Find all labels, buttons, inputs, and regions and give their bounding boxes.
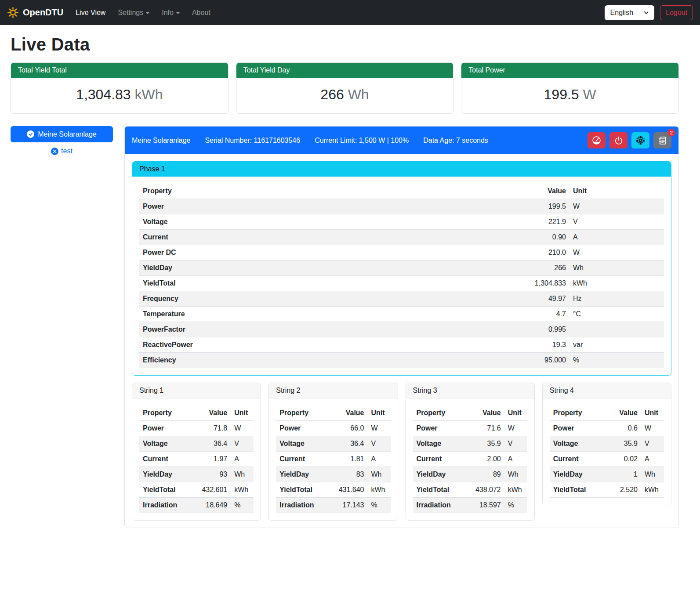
column-header: Value [328, 405, 368, 421]
unit-cell: Wh [231, 467, 254, 482]
inverter-select-test[interactable]: test [11, 147, 113, 155]
event-log-button[interactable]: 2 [653, 132, 671, 148]
unit-cell: A [569, 230, 664, 245]
language-select[interactable]: English [605, 5, 654, 20]
property-cell: Temperature [139, 307, 517, 322]
property-cell: Voltage [276, 436, 328, 452]
nav-item-info[interactable]: Info [156, 5, 186, 20]
inverter-select-button[interactable]: Meine Solaranlage [11, 126, 113, 142]
power-button[interactable] [609, 132, 627, 148]
column-header: Value [602, 405, 641, 421]
logout-button[interactable]: Logout [660, 5, 693, 20]
property-cell: YieldDay [276, 467, 328, 482]
unit-cell: V [569, 214, 664, 230]
unit-cell: var [569, 337, 664, 353]
card-title: Total Yield Day [236, 63, 453, 78]
power-icon [614, 136, 623, 145]
column-header: Property [550, 405, 602, 421]
value-cell: 18.649 [191, 498, 231, 513]
inverter-limit: Current Limit: 1,500 W | 100% [315, 137, 409, 145]
unit-cell: kWh [569, 276, 664, 291]
table-row: Current2.00A [413, 452, 527, 467]
table-row: Efficiency95.000% [139, 353, 664, 368]
table-row: Power199.5W [139, 199, 664, 214]
brand[interactable]: OpenDTU [7, 7, 63, 18]
value-cell: 19.3 [517, 337, 569, 353]
table-header-row: Property Value Unit [550, 405, 664, 421]
value-cell: 83 [328, 467, 368, 482]
property-cell: Irradiation [276, 498, 328, 513]
table-header-row: Property Value Unit [413, 405, 527, 421]
card-title: Total Power [461, 63, 678, 78]
table-row: PowerFactor0.995 [139, 322, 664, 337]
table-row: Current0.02A [550, 452, 664, 467]
property-cell: YieldDay [550, 467, 602, 482]
value-cell: 35.9 [602, 436, 641, 452]
unit-cell: A [368, 452, 391, 467]
column-header: Value [465, 405, 504, 421]
property-cell: Current [139, 452, 191, 467]
chevron-down-icon [176, 12, 180, 14]
value-cell: 49.97 [517, 291, 569, 307]
table-row: Current0.90A [139, 230, 664, 245]
value-cell: 432.601 [191, 482, 231, 498]
inverter-select-label: Meine Solaranlage [38, 130, 96, 138]
value-cell: 71.6 [465, 421, 504, 436]
table-header-row: Property Value Unit [276, 405, 390, 421]
value-cell: 0.90 [517, 230, 569, 245]
nav-item-label: Info [162, 9, 174, 16]
table-row: YieldDay93Wh [139, 467, 254, 482]
card-value: 199.5 [544, 87, 579, 102]
table-row: YieldDay1Wh [550, 467, 664, 482]
table-header-row: Property Value Unit [139, 405, 254, 421]
check-circle-icon [27, 130, 34, 138]
unit-cell: V [231, 436, 254, 452]
unit-cell: V [368, 436, 391, 452]
value-cell: 266 [517, 261, 569, 276]
table-header-row: Property Value Unit [139, 184, 664, 199]
unit-cell: Wh [641, 467, 664, 482]
table-row: YieldTotal431.640kWh [276, 482, 390, 498]
value-cell: 93 [191, 467, 231, 482]
string-table: Property Value Unit Power71.6WVoltage35.… [413, 405, 527, 513]
limit-settings-button[interactable] [588, 132, 606, 148]
unit-cell: A [641, 452, 664, 467]
nav-item-about[interactable]: About [186, 5, 217, 20]
unit-cell: kWh [641, 482, 664, 498]
unit-cell: % [231, 498, 254, 513]
table-row: YieldTotal432.601kWh [139, 482, 254, 498]
string-title: String 4 [543, 383, 671, 398]
device-info-button[interactable] [631, 132, 649, 148]
main-nav: Live ViewSettingsInfoAbout [69, 5, 217, 20]
value-cell: 4.7 [517, 307, 569, 322]
table-row: Voltage221.9V [139, 214, 664, 230]
string-table: Property Value Unit Power71.8WVoltage36.… [139, 405, 254, 513]
inverter-data-age: Data Age: 7 seconds [423, 137, 488, 145]
value-cell: 36.4 [328, 436, 368, 452]
unit-cell: % [504, 498, 527, 513]
value-cell: 89 [465, 467, 504, 482]
table-row: Power71.6W [413, 421, 527, 436]
string-card: String 3 Property Value Unit Power71.6WV… [406, 383, 535, 521]
table-row: Temperature4.7°C [139, 307, 664, 322]
column-header: Value [517, 184, 569, 199]
nav-item-live-view[interactable]: Live View [69, 5, 112, 20]
table-row: Frequency49.97Hz [139, 291, 664, 307]
property-cell: Power DC [139, 245, 517, 261]
property-cell: Frequency [139, 291, 517, 307]
value-cell: 0.6 [602, 421, 641, 436]
nav-item-label: Live View [76, 9, 105, 16]
nav-item-settings[interactable]: Settings [112, 5, 156, 20]
unit-cell [569, 322, 664, 337]
phase-title: Phase 1 [132, 162, 671, 177]
table-row: Current1.97A [139, 452, 254, 467]
value-cell: 199.5 [517, 199, 569, 214]
property-cell: Voltage [139, 436, 191, 452]
table-row: Power71.8W [139, 421, 254, 436]
x-circle-icon [51, 148, 58, 155]
navbar: OpenDTU Live ViewSettingsInfoAbout Engli… [0, 0, 700, 25]
property-cell: YieldTotal [139, 482, 191, 498]
unit-cell: Hz [569, 291, 664, 307]
cpu-icon [636, 136, 645, 145]
unit-cell: V [504, 436, 527, 452]
